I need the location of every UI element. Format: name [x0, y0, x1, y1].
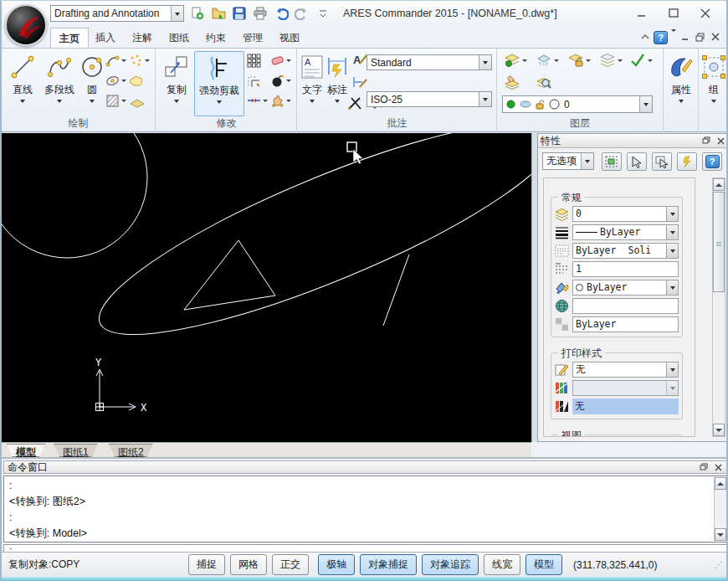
command-scroll-down-icon[interactable]	[715, 528, 726, 541]
tab-view[interactable]: 视图	[271, 28, 308, 48]
resize-grip[interactable]: ⋰	[715, 560, 723, 569]
maximize-button[interactable]	[663, 7, 684, 20]
erase-button[interactable]	[270, 54, 291, 68]
prop-layer-field[interactable]: 0	[572, 206, 679, 222]
line-button[interactable]: 直线	[7, 51, 38, 116]
print-icon[interactable]	[253, 6, 268, 21]
redo-icon[interactable]	[295, 6, 310, 21]
select-elements-button[interactable]	[602, 152, 622, 171]
circle-button[interactable]: 圆	[80, 51, 104, 116]
command-float-icon[interactable]	[699, 462, 710, 472]
delete-style-button[interactable]	[346, 95, 363, 112]
copy-dropdown-arrow[interactable]	[174, 100, 179, 105]
properties-palette-header[interactable]: 特性	[538, 134, 728, 148]
properties-scrollbar[interactable]	[712, 177, 725, 437]
group-dropdown-arrow[interactable]	[711, 100, 716, 105]
qat-customize-icon[interactable]	[315, 6, 331, 21]
close-button[interactable]	[695, 7, 716, 20]
layer-check-button[interactable]	[629, 52, 653, 69]
toggle-model[interactable]: 模型	[525, 554, 562, 575]
prop-ltscale-field[interactable]: 1	[572, 261, 679, 277]
text-style-button[interactable]: A	[351, 52, 368, 69]
circle-dropdown-arrow[interactable]	[90, 100, 95, 105]
pointer-button[interactable]	[627, 152, 647, 171]
point-button[interactable]	[129, 54, 150, 68]
pattern-button[interactable]	[247, 54, 261, 68]
help-dropdown-icon[interactable]	[671, 32, 676, 44]
ellipse-entity[interactable]	[80, 133, 531, 371]
scroll-thumb[interactable]	[713, 192, 725, 292]
help-button[interactable]: ?	[654, 31, 668, 44]
text-dropdown-arrow[interactable]	[310, 100, 315, 105]
triangle-entity[interactable]	[184, 240, 275, 310]
scroll-down-icon[interactable]	[713, 424, 725, 436]
command-window-header[interactable]: 命令窗口	[3, 460, 728, 474]
circle-entity[interactable]	[2, 133, 147, 258]
pointer-window-button[interactable]	[652, 152, 672, 171]
text-style-select[interactable]: Standard	[367, 54, 492, 70]
tab-insert[interactable]: 插入	[87, 28, 124, 48]
group-button[interactable]: 组	[701, 51, 726, 128]
tab-model[interactable]: 模型	[7, 444, 45, 457]
layer-states-button[interactable]	[599, 52, 623, 69]
layer-select[interactable]: 0	[502, 95, 653, 113]
revision-cloud-button[interactable]	[129, 74, 146, 90]
toggle-lineweight[interactable]: 线宽	[484, 554, 520, 575]
toggle-etrack[interactable]: 对象追踪	[422, 554, 479, 575]
workspace-dropdown-arrow[interactable]	[171, 6, 183, 21]
layer-preview-button[interactable]	[536, 74, 552, 90]
command-scroll-up-icon[interactable]	[715, 477, 726, 490]
tab-constraints[interactable]: 约束	[197, 28, 234, 48]
text-button[interactable]: A 文字	[300, 51, 325, 116]
toggle-snap[interactable]: 捕捉	[188, 554, 225, 575]
dimension-dropdown-arrow[interactable]	[335, 100, 340, 105]
canvas-props-splitter[interactable]	[531, 133, 537, 442]
copy-button[interactable]: 复制	[161, 51, 192, 116]
tab-sheet1[interactable]: 图纸1	[54, 444, 98, 457]
doc-restore-icon[interactable]	[695, 33, 706, 44]
prop-linetype-field[interactable]: ByLayerSoli	[572, 243, 679, 259]
ribbon-collapse-icon[interactable]	[640, 32, 650, 44]
save-icon[interactable]	[232, 6, 247, 21]
line-dropdown-arrow[interactable]	[20, 100, 25, 105]
polyline-button[interactable]: 多段线	[40, 51, 79, 116]
workspace-select[interactable]: Drafting and Annotation	[50, 5, 184, 22]
layer-manager-button[interactable]	[504, 52, 527, 69]
tab-manage[interactable]: 管理	[234, 28, 271, 48]
prop-printstyle-field[interactable]: 无	[572, 362, 679, 378]
toggle-polar[interactable]: 极轴	[318, 554, 355, 575]
doc-minimize-icon[interactable]	[679, 33, 691, 43]
minimize-button[interactable]	[631, 7, 653, 20]
drawing-canvas[interactable]: Y X	[2, 133, 531, 442]
selection-filter-select[interactable]: 无选项	[542, 152, 594, 170]
arc-button[interactable]	[105, 54, 126, 68]
ellipse-button[interactable]	[105, 74, 126, 88]
command-close-icon[interactable]	[713, 462, 724, 472]
line-entity[interactable]	[383, 255, 409, 326]
power-trim-dropdown-arrow[interactable]	[217, 100, 222, 106]
explode-button[interactable]	[270, 74, 291, 88]
hatch-button[interactable]	[105, 94, 126, 108]
properties-dropdown-arrow[interactable]	[679, 100, 684, 105]
layer-set-current-button[interactable]	[504, 74, 520, 90]
prop-printtable-field[interactable]	[572, 380, 679, 396]
scroll-up-icon[interactable]	[713, 178, 725, 191]
grab-button[interactable]	[270, 94, 291, 108]
prop-color-field[interactable]: ByLayer	[572, 280, 679, 296]
command-scrollbar[interactable]	[714, 477, 726, 541]
power-trim-button[interactable]: 强劲剪裁	[194, 51, 244, 116]
toggle-grid[interactable]: 网格	[230, 554, 267, 575]
open-file-icon[interactable]	[211, 6, 226, 21]
properties-button[interactable]: 属性	[667, 51, 695, 128]
tab-annotate[interactable]: 注解	[124, 28, 161, 48]
layer-lock-button[interactable]	[567, 52, 591, 69]
prop-transparency-field[interactable]: ByLayer	[572, 316, 679, 332]
layer-freeze-button[interactable]	[536, 52, 559, 69]
prop-printtable2-field[interactable]: 无	[572, 398, 679, 414]
stretch-button[interactable]	[247, 94, 268, 108]
dimension-style-button[interactable]	[351, 74, 368, 90]
palette-float-icon[interactable]	[701, 136, 712, 146]
tab-sheet2[interactable]: 图纸2	[109, 444, 153, 457]
doc-close-icon[interactable]	[710, 33, 721, 43]
plane-surface-button[interactable]	[129, 94, 146, 111]
